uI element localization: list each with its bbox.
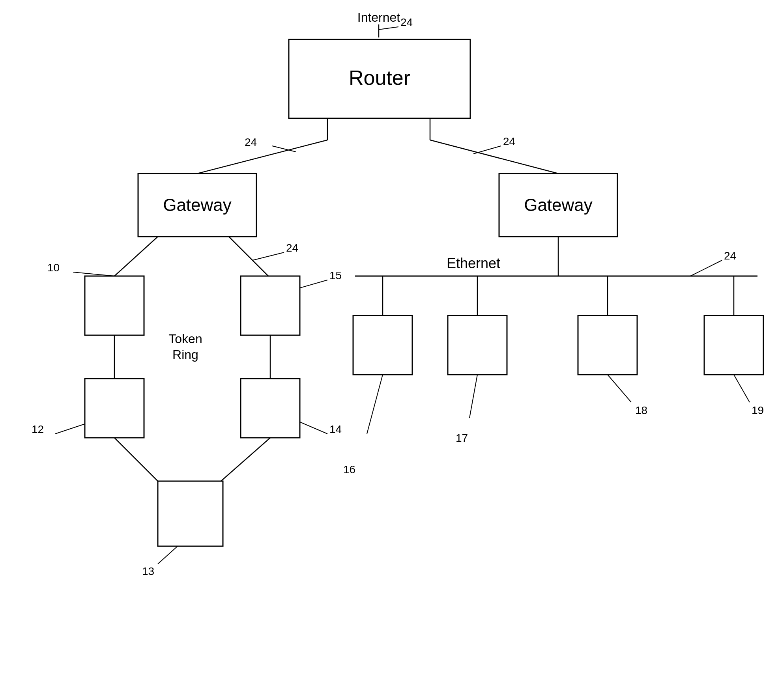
svg-line-19 <box>158 546 178 564</box>
label-24-internet: 24 <box>400 16 413 28</box>
label-14: 14 <box>329 423 342 435</box>
left-gateway-label: Gateway <box>163 195 232 215</box>
svg-line-14 <box>55 424 85 434</box>
node-15-box <box>241 276 300 335</box>
label-15: 15 <box>329 269 342 282</box>
diagram-container: Internet 24 Router 24 24 Gateway Gateway <box>0 0 778 700</box>
svg-line-27 <box>608 375 631 402</box>
label-16: 16 <box>343 463 355 476</box>
node-16-box <box>353 315 412 375</box>
node-13-box <box>158 481 223 546</box>
label-10: 10 <box>47 261 60 274</box>
svg-line-18 <box>221 438 270 481</box>
token-ring-label-2: Ring <box>172 347 198 362</box>
svg-line-3 <box>197 140 327 174</box>
label-17: 17 <box>456 432 468 444</box>
label-24-ethernet: 24 <box>724 250 736 262</box>
node-12-box <box>85 379 144 438</box>
svg-line-29 <box>734 375 750 402</box>
svg-line-25 <box>469 375 477 418</box>
node-14-box <box>241 379 300 438</box>
internet-label: Internet <box>357 10 400 24</box>
node-19-box <box>704 315 763 375</box>
label-24-right: 24 <box>503 135 515 147</box>
network-diagram-svg: Internet 24 Router 24 24 Gateway Gateway <box>0 0 778 700</box>
svg-line-11 <box>252 252 284 260</box>
svg-line-6 <box>430 140 558 174</box>
svg-line-1 <box>379 27 398 30</box>
label-13: 13 <box>142 565 154 577</box>
svg-line-10 <box>229 237 268 276</box>
svg-line-17 <box>300 422 327 434</box>
svg-line-8 <box>114 237 158 276</box>
ethernet-label: Ethernet <box>447 255 500 271</box>
router-label: Router <box>349 66 410 89</box>
svg-line-21 <box>690 260 722 276</box>
label-19: 19 <box>752 404 764 416</box>
right-gateway-label: Gateway <box>524 195 593 215</box>
node-10-box <box>85 276 144 335</box>
svg-line-23 <box>367 375 383 434</box>
label-18: 18 <box>635 404 647 416</box>
node-17-box <box>448 315 507 375</box>
svg-line-7 <box>473 146 501 154</box>
label-24-left: 24 <box>245 136 257 148</box>
label-12: 12 <box>32 423 44 435</box>
svg-line-15 <box>114 438 158 481</box>
token-ring-label-1: Token <box>168 332 202 346</box>
svg-line-12 <box>300 280 327 288</box>
label-24-center: 24 <box>286 242 298 254</box>
node-18-box <box>578 315 637 375</box>
